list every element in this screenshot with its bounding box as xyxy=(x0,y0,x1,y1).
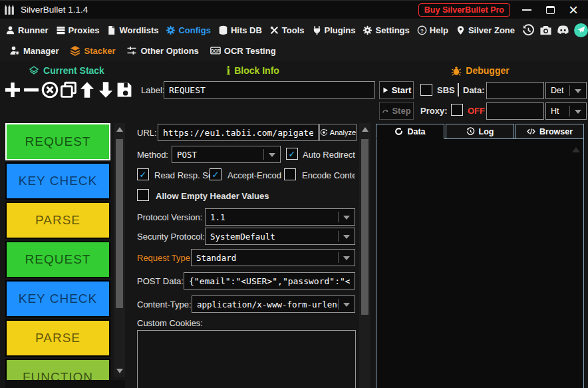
stack-list-scrollbar[interactable] xyxy=(114,123,125,377)
submenu-item-ocr-testing[interactable]: OCR Testing xyxy=(210,45,276,56)
clone-block-button[interactable] xyxy=(60,81,77,98)
stack-block-label: REQUEST xyxy=(25,134,91,149)
move-down-button[interactable] xyxy=(97,81,114,98)
menu-item-wordlists[interactable]: Wordlists xyxy=(106,25,158,35)
menu-item-proxies[interactable]: Proxies xyxy=(56,25,100,35)
submenu-label: Other Options xyxy=(140,46,198,56)
scroll-up-arrow[interactable] xyxy=(359,126,370,132)
menu-label: Plugins xyxy=(325,25,356,35)
menu-icon-buttons xyxy=(522,23,588,37)
custom-cookies-textarea[interactable] xyxy=(137,330,356,388)
separator xyxy=(458,83,459,97)
section-title: Current Stack xyxy=(43,65,104,76)
post-data-input[interactable] xyxy=(184,272,355,290)
accept-encoding-checkbox[interactable] xyxy=(210,168,221,180)
scroll-up-arrow[interactable] xyxy=(114,126,125,132)
url-input[interactable] xyxy=(158,124,319,141)
stack-block-label: REQUEST xyxy=(25,252,91,267)
content-type-dropdown[interactable]: application/x-www-form-urlencod xyxy=(192,295,355,313)
method-dropdown[interactable]: POST xyxy=(172,146,281,163)
stack-block-request-2[interactable]: REQUEST xyxy=(5,241,110,278)
start-button[interactable]: Start xyxy=(379,81,414,99)
discord-icon[interactable] xyxy=(557,24,569,37)
tab-data[interactable]: Data xyxy=(376,124,444,139)
step-button[interactable]: Step xyxy=(379,102,414,120)
scroll-up-arrow[interactable] xyxy=(572,146,580,152)
submenu-item-stacker[interactable]: Stacker xyxy=(70,45,115,56)
security-protocol-caption: Security Protocol: xyxy=(137,232,205,242)
chevron-down-icon[interactable] xyxy=(570,106,586,117)
sbs-checkbox[interactable] xyxy=(420,84,432,96)
allow-empty-checkbox[interactable] xyxy=(137,189,149,201)
stack-block-keycheck-2[interactable]: KEY CHECK xyxy=(5,280,110,317)
proxy-caption: Proxy: xyxy=(420,106,447,116)
menu-item-tools[interactable]: Tools xyxy=(269,25,305,35)
proxy-type-value: Ht xyxy=(546,106,569,116)
add-block-button[interactable] xyxy=(4,81,21,98)
menu-item-help[interactable]: Help xyxy=(417,25,448,35)
submenu-item-manager[interactable]: Manager xyxy=(9,45,59,56)
menu-item-settings[interactable]: Settings xyxy=(363,25,409,35)
chevron-down-icon[interactable] xyxy=(339,212,355,223)
silverbullet-window: ? OCR SilverBull xyxy=(0,0,588,388)
camera-icon[interactable] xyxy=(539,24,552,37)
menu-item-hits-db[interactable]: Hits DB xyxy=(218,25,262,35)
chevron-down-icon[interactable] xyxy=(339,299,355,310)
chevron-down-icon[interactable] xyxy=(339,252,355,264)
scrollbar-thumb[interactable] xyxy=(116,139,123,308)
tab-browser[interactable]: Browser xyxy=(515,124,584,139)
play-icon xyxy=(382,87,389,94)
section-header-block-info: Block Info xyxy=(133,63,372,78)
telegram-icon[interactable] xyxy=(574,23,588,37)
request-type-dropdown[interactable]: Standard xyxy=(191,249,355,266)
read-resp-checkbox[interactable] xyxy=(137,168,149,180)
remove-block-button[interactable] xyxy=(23,81,40,98)
proxy-type-dropdown[interactable]: Ht xyxy=(545,102,587,120)
history-icon[interactable] xyxy=(522,24,535,37)
chevron-down-icon[interactable] xyxy=(339,231,355,242)
stack-block-request-1[interactable]: REQUEST xyxy=(5,123,110,160)
proxy-input[interactable] xyxy=(486,102,544,120)
menu-item-silver-zone[interactable]: Silver Zone xyxy=(456,25,515,35)
stacker-layers-icon xyxy=(70,45,80,56)
data-type-dropdown[interactable]: Det xyxy=(545,82,587,99)
analyze-button[interactable]: Analyze xyxy=(319,124,357,141)
clear-stack-button[interactable] xyxy=(41,81,59,98)
menu-item-plugins[interactable]: Plugins xyxy=(312,25,356,35)
block-info-scrollbar[interactable] xyxy=(359,123,370,388)
auto-redirect-checkbox[interactable] xyxy=(286,148,298,160)
content-type-caption: Content-Type: xyxy=(137,299,192,309)
close-button[interactable] xyxy=(567,3,580,17)
scroll-down-arrow[interactable] xyxy=(114,369,125,375)
tab-log[interactable]: Log xyxy=(446,124,514,139)
move-up-button[interactable] xyxy=(78,81,96,98)
minimize-button[interactable] xyxy=(520,3,533,17)
menu-item-configs[interactable]: Configs xyxy=(166,25,210,35)
menu-item-runner[interactable]: Runner xyxy=(5,25,49,35)
stack-toolbar xyxy=(4,81,133,98)
stack-block-function[interactable]: FUNCTION xyxy=(5,359,110,380)
save-stack-button[interactable] xyxy=(116,81,133,98)
data-caption: Data: xyxy=(463,85,485,95)
data-ring-icon xyxy=(394,127,403,136)
stack-block-parse-2[interactable]: PARSE xyxy=(5,319,110,357)
chevron-down-icon[interactable] xyxy=(570,85,586,97)
encode-content-checkbox[interactable] xyxy=(284,168,296,180)
maximize-button[interactable] xyxy=(543,3,557,17)
submenu-item-other-options[interactable]: Other Options xyxy=(126,45,198,56)
stack-block-keycheck-1[interactable]: KEY CHECK xyxy=(5,162,110,200)
proxy-checkbox[interactable] xyxy=(451,104,463,116)
stack-block-parse-1[interactable]: PARSE xyxy=(5,202,110,239)
security-protocol-dropdown[interactable]: SystemDefault xyxy=(205,228,355,245)
debug-data-input[interactable] xyxy=(486,82,544,99)
maximize-icon xyxy=(546,6,555,14)
protocol-version-dropdown[interactable]: 1.1 xyxy=(205,208,355,226)
method-caption: Method: xyxy=(137,150,168,160)
menu-label: Proxies xyxy=(69,25,100,35)
scrollbar-thumb[interactable] xyxy=(361,139,368,315)
chevron-down-icon[interactable] xyxy=(264,149,280,160)
tab-label: Data xyxy=(407,127,425,136)
section-header-current-stack: Current Stack xyxy=(0,63,133,78)
block-label-input[interactable] xyxy=(164,81,375,98)
buy-pro-button[interactable]: Buy SilverBullet Pro xyxy=(418,3,510,17)
